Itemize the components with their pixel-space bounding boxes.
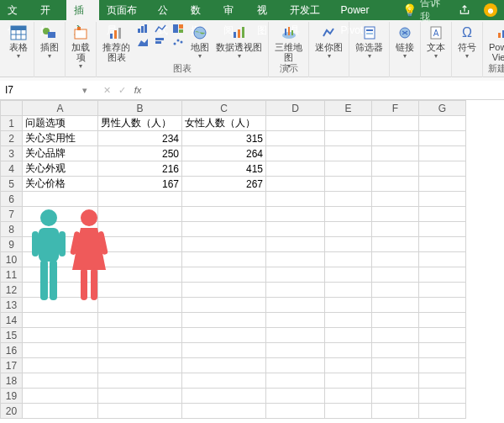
cell-B10[interactable] bbox=[98, 252, 182, 267]
cell-D7[interactable] bbox=[266, 207, 325, 222]
row-header-19[interactable]: 19 bbox=[1, 389, 23, 404]
row-header-12[interactable]: 12 bbox=[1, 283, 23, 298]
cell-B14[interactable] bbox=[98, 313, 182, 328]
symbol-button[interactable]: Ω 符号▾ bbox=[455, 22, 479, 61]
line-chart-icon[interactable] bbox=[152, 22, 169, 34]
cell-C17[interactable] bbox=[182, 358, 266, 373]
cell-C19[interactable] bbox=[182, 389, 266, 404]
cell-C14[interactable] bbox=[182, 313, 266, 328]
cell-D5[interactable] bbox=[266, 177, 325, 192]
cell-C4[interactable]: 415 bbox=[182, 161, 266, 177]
cell-B13[interactable] bbox=[98, 298, 182, 313]
cell-G20[interactable] bbox=[419, 404, 466, 419]
cell-D15[interactable] bbox=[266, 328, 325, 343]
cell-F15[interactable] bbox=[372, 328, 419, 343]
cell-F1[interactable] bbox=[372, 116, 419, 131]
cell-G3[interactable] bbox=[419, 146, 466, 161]
cell-G10[interactable] bbox=[419, 252, 466, 267]
cell-D4[interactable] bbox=[266, 161, 325, 177]
col-header-C[interactable]: C bbox=[182, 101, 266, 116]
cell-B12[interactable] bbox=[98, 283, 182, 298]
cell-E16[interactable] bbox=[325, 343, 372, 358]
cell-F16[interactable] bbox=[372, 343, 419, 358]
slicer-button[interactable]: 筛选器▾ bbox=[353, 22, 386, 61]
menu-data[interactable]: 数据 bbox=[183, 0, 216, 20]
col-header-A[interactable]: A bbox=[23, 101, 98, 116]
cell-E7[interactable] bbox=[325, 207, 372, 222]
cell-C18[interactable] bbox=[182, 373, 266, 389]
col-header-E[interactable]: E bbox=[325, 101, 372, 116]
cell-E20[interactable] bbox=[325, 404, 372, 419]
cell-C12[interactable] bbox=[182, 283, 266, 298]
enter-icon[interactable]: ✓ bbox=[114, 85, 129, 96]
cell-E8[interactable] bbox=[325, 222, 372, 237]
select-all-corner[interactable] bbox=[1, 101, 23, 116]
menu-insert[interactable]: 插入 bbox=[66, 0, 99, 20]
cell-E13[interactable] bbox=[325, 298, 372, 313]
row-header-9[interactable]: 9 bbox=[1, 237, 23, 252]
cell-D19[interactable] bbox=[266, 389, 325, 404]
row-header-20[interactable]: 20 bbox=[1, 404, 23, 419]
cell-B19[interactable] bbox=[98, 389, 182, 404]
row-header-11[interactable]: 11 bbox=[1, 267, 23, 283]
cell-E12[interactable] bbox=[325, 283, 372, 298]
row-header-5[interactable]: 5 bbox=[1, 177, 23, 192]
cell-A17[interactable] bbox=[23, 358, 98, 373]
cell-G14[interactable] bbox=[419, 313, 466, 328]
cell-D13[interactable] bbox=[266, 298, 325, 313]
col-header-D[interactable]: D bbox=[266, 101, 325, 116]
cell-C13[interactable] bbox=[182, 298, 266, 313]
menu-home[interactable]: 开始 bbox=[33, 0, 66, 20]
cell-C5[interactable]: 267 bbox=[182, 177, 266, 192]
row-header-18[interactable]: 18 bbox=[1, 373, 23, 389]
map-button[interactable]: 地图▾ bbox=[188, 22, 212, 61]
cell-E6[interactable] bbox=[325, 192, 372, 207]
formula-input[interactable] bbox=[146, 84, 504, 96]
account-icon[interactable]: ☻ bbox=[477, 0, 504, 20]
menu-view[interactable]: 视图 bbox=[249, 0, 282, 20]
area-chart-icon[interactable] bbox=[134, 35, 151, 48]
menu-formulas[interactable]: 公式 bbox=[150, 0, 183, 20]
pivot-chart-button[interactable]: 数据透视图▾ bbox=[213, 22, 265, 61]
bar-chart-icon[interactable] bbox=[134, 22, 151, 34]
cell-A2[interactable]: 关心实用性 bbox=[23, 131, 98, 146]
cell-F18[interactable] bbox=[372, 373, 419, 389]
cell-F2[interactable] bbox=[372, 131, 419, 146]
illustrations-button[interactable]: 插图▾ bbox=[38, 22, 61, 61]
cell-E1[interactable] bbox=[325, 116, 372, 131]
cell-F20[interactable] bbox=[372, 404, 419, 419]
cell-G16[interactable] bbox=[419, 343, 466, 358]
row-header-10[interactable]: 10 bbox=[1, 252, 23, 267]
row-header-13[interactable]: 13 bbox=[1, 298, 23, 313]
cell-G5[interactable] bbox=[419, 177, 466, 192]
text-button[interactable]: A 文本▾ bbox=[424, 22, 448, 61]
menu-review[interactable]: 审阅 bbox=[216, 0, 249, 20]
cell-G13[interactable] bbox=[419, 298, 466, 313]
cell-B8[interactable] bbox=[98, 222, 182, 237]
cell-F5[interactable] bbox=[372, 177, 419, 192]
cell-D6[interactable] bbox=[266, 192, 325, 207]
cell-B11[interactable] bbox=[98, 267, 182, 283]
tables-button[interactable]: 表格▾ bbox=[7, 22, 30, 61]
cell-A16[interactable] bbox=[23, 343, 98, 358]
cell-B18[interactable] bbox=[98, 373, 182, 389]
column-chart-icon[interactable] bbox=[152, 35, 169, 48]
cell-B6[interactable] bbox=[98, 192, 182, 207]
name-box[interactable] bbox=[0, 82, 76, 98]
row-header-8[interactable]: 8 bbox=[1, 222, 23, 237]
col-header-G[interactable]: G bbox=[419, 101, 466, 116]
row-header-1[interactable]: 1 bbox=[1, 116, 23, 131]
cell-C3[interactable]: 264 bbox=[182, 146, 266, 161]
cell-E9[interactable] bbox=[325, 237, 372, 252]
menu-layout[interactable]: 页面布局 bbox=[99, 0, 150, 20]
row-header-16[interactable]: 16 bbox=[1, 343, 23, 358]
col-header-B[interactable]: B bbox=[98, 101, 182, 116]
cell-G18[interactable] bbox=[419, 373, 466, 389]
cell-G12[interactable] bbox=[419, 283, 466, 298]
cell-D14[interactable] bbox=[266, 313, 325, 328]
cell-B20[interactable] bbox=[98, 404, 182, 419]
cell-B3[interactable]: 250 bbox=[98, 146, 182, 161]
row-header-17[interactable]: 17 bbox=[1, 358, 23, 373]
cell-F4[interactable] bbox=[372, 161, 419, 177]
cell-F6[interactable] bbox=[372, 192, 419, 207]
